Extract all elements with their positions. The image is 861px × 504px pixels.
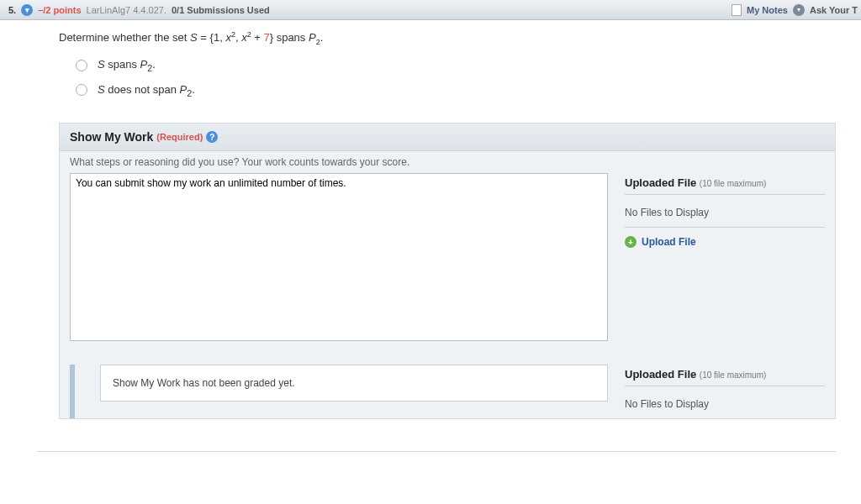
smw-textarea[interactable] — [70, 173, 608, 341]
option-a[interactable]: S spans P2. — [76, 58, 836, 73]
option-b-label: S does not span P2. — [98, 83, 195, 98]
source-label: LarLinAlg7 4.4.027. — [87, 5, 166, 15]
radio-icon[interactable] — [76, 60, 87, 71]
points-label: –/2 points — [38, 5, 81, 15]
smw-title: Show My Work — [70, 130, 153, 144]
my-notes-link[interactable]: My Notes — [747, 5, 788, 15]
uploaded-file-header: Uploaded File (10 file maximum) — [625, 173, 825, 195]
uploaded-file-header-2: Uploaded File (10 file maximum) — [625, 365, 825, 386]
notes-icon — [732, 4, 742, 16]
question-content: Determine whether the set S = {1, x2, x2… — [0, 20, 861, 429]
divider — [37, 451, 836, 452]
submissions-label: 0/1 Submissions Used — [172, 5, 270, 15]
question-prompt: Determine whether the set S = {1, x2, x2… — [59, 30, 836, 46]
no-files-label: No Files to Display — [625, 195, 825, 228]
upload-file-link[interactable]: + Upload File — [625, 228, 825, 256]
answer-options: S spans P2. S does not span P2. — [76, 58, 836, 97]
smw-not-graded-box: Show My Work has not been graded yet. — [100, 365, 608, 402]
smw-required-label: (Required) — [156, 132, 203, 142]
upload-column: Uploaded File (10 file maximum) No Files… — [608, 173, 835, 256]
expand-icon[interactable]: ▾ — [21, 4, 33, 16]
accent-bar — [70, 365, 75, 418]
upload-column-readonly: Uploaded File (10 file maximum) No Files… — [608, 365, 835, 418]
ask-teacher-link[interactable]: Ask Your T — [810, 5, 858, 15]
option-a-label: S spans P2. — [98, 58, 156, 73]
no-files-label-2: No Files to Display — [625, 386, 825, 418]
radio-icon[interactable] — [76, 84, 87, 96]
question-number: 5. — [8, 5, 16, 15]
plus-icon: + — [625, 236, 637, 248]
smw-subtitle: What steps or reasoning did you use? You… — [60, 151, 835, 173]
help-icon[interactable]: ? — [206, 131, 218, 143]
show-my-work-panel: Show My Work (Required) ? What steps or … — [59, 123, 836, 419]
smw-header: Show My Work (Required) ? — [60, 123, 835, 151]
question-header-bar: 5. ▾ –/2 points LarLinAlg7 4.4.027. 0/1 … — [0, 0, 861, 20]
chevron-down-icon[interactable]: ▾ — [793, 4, 805, 16]
option-b[interactable]: S does not span P2. — [76, 83, 836, 98]
